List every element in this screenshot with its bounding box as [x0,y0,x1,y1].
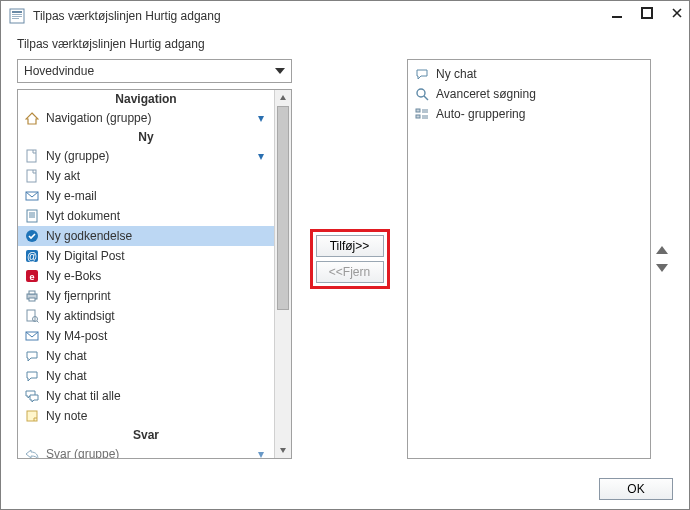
list-item[interactable]: Ny chat [18,346,274,366]
list-item[interactable]: Ny M4-post [18,326,274,346]
list-item[interactable]: Ny e-mail [18,186,274,206]
svg-rect-3 [12,16,22,17]
group-header-svar: Svar [18,426,274,444]
item-label: Navigation (gruppe) [46,111,252,125]
at-square-icon: @ [24,248,40,264]
item-label: Nyt dokument [46,209,268,223]
add-button[interactable]: Tilføj>> [316,235,384,257]
maximize-button[interactable] [641,7,653,19]
chat-all-icon [24,388,40,404]
chat-bubble-icon [24,368,40,384]
scroll-up-button[interactable] [275,90,291,106]
chat-bubble-icon [414,66,430,82]
item-label: Ny godkendelse [46,229,268,243]
list-body[interactable]: Navigation Navigation (gruppe) ▾ Ny Ny (… [18,90,274,458]
list-item[interactable]: Nyt dokument [18,206,274,226]
list-item[interactable]: Navigation (gruppe) ▾ [18,108,274,128]
item-label: Ny e-mail [46,189,268,203]
svg-rect-11 [27,150,36,162]
item-label: Ny note [46,409,268,423]
item-label: Ny e-Boks [46,269,268,283]
svg-rect-24 [29,291,35,294]
reorder-buttons [651,59,673,459]
chevron-down-icon: ▾ [258,447,268,458]
move-down-button[interactable] [656,264,668,272]
group-list-icon [414,106,430,122]
chevron-down-icon: ▾ [258,111,268,125]
list-item[interactable]: Avanceret søgning [408,84,650,104]
item-label: Ny (gruppe) [46,149,252,163]
minimize-button[interactable] [611,7,623,19]
list-item[interactable]: Ny chat [408,64,650,84]
list-item[interactable]: Ny chat [18,366,274,386]
list-item[interactable]: Ny akt [18,166,274,186]
svg-text:@: @ [27,251,37,262]
svg-rect-1 [12,11,22,13]
dialog-subtitle: Tilpas værktøjslinjen Hurtig adgang [1,31,689,59]
combo-value: Hovedvindue [24,64,94,78]
list-item-selected[interactable]: Ny godkendelse [18,226,274,246]
svg-marker-31 [280,95,286,100]
list-item[interactable]: Ny fjernprint [18,286,274,306]
list-item[interactable]: @ Ny Digital Post [18,246,274,266]
app-icon [9,8,25,24]
window-title: Tilpas værktøjslinjen Hurtig adgang [33,9,221,23]
svg-line-34 [424,96,428,100]
reply-icon [24,446,40,458]
svg-text:e: e [29,272,34,282]
svg-rect-30 [27,411,37,421]
list-item[interactable]: Svar (gruppe) ▾ [18,444,274,458]
selected-commands-list[interactable]: Ny chat Avanceret søgning Auto- grupperi… [407,59,651,459]
mail-icon [24,328,40,344]
move-up-button[interactable] [656,246,668,254]
item-label: Auto- gruppering [436,107,644,121]
list-item[interactable]: Ny note [18,406,274,426]
scroll-track[interactable] [275,106,291,442]
chevron-down-icon: ▾ [258,149,268,163]
list-item[interactable]: Ny (gruppe) ▾ [18,146,274,166]
dialog-body: Hovedvindue Navigation Navigation (grupp… [1,59,689,469]
print-icon [24,288,40,304]
eboks-icon: e [24,268,40,284]
list-item[interactable]: e Ny e-Boks [18,266,274,286]
window-controls [611,7,683,19]
group-header-navigation: Navigation [18,90,274,108]
svg-rect-2 [12,14,22,15]
svg-rect-12 [27,170,36,182]
source-combo[interactable]: Hovedvindue [17,59,292,83]
chat-bubble-icon [24,348,40,364]
document-lines-icon [24,208,40,224]
item-label: Ny M4-post [46,329,268,343]
left-column: Hovedvindue Navigation Navigation (grupp… [17,59,292,459]
ok-button[interactable]: OK [599,478,673,500]
list-item[interactable]: Ny aktindsigt [18,306,274,326]
close-button[interactable] [671,7,683,19]
dialog-footer: OK [1,469,689,509]
item-label: Ny akt [46,169,268,183]
item-label: Avanceret søgning [436,87,644,101]
list-item[interactable]: Ny chat til alle [18,386,274,406]
svg-rect-6 [642,8,652,18]
item-label: Ny chat [46,349,268,363]
home-icon [24,110,40,126]
item-label: Ny chat [436,67,644,81]
svg-rect-14 [27,210,37,222]
item-label: Ny aktindsigt [46,309,268,323]
scrollbar[interactable] [274,90,291,458]
svg-marker-9 [275,68,285,74]
svg-line-28 [37,321,39,323]
remove-button[interactable]: <<Fjern [316,261,384,283]
svg-point-33 [417,89,425,97]
available-commands-list: Navigation Navigation (gruppe) ▾ Ny Ny (… [17,89,292,459]
middle-column: Tilføj>> <<Fjern [302,59,397,459]
item-label: Svar (gruppe) [46,447,252,458]
list-item[interactable]: Auto- gruppering [408,104,650,124]
group-header-ny: Ny [18,128,274,146]
svg-rect-5 [612,16,622,18]
note-icon [24,408,40,424]
mail-icon [24,188,40,204]
scroll-thumb[interactable] [277,106,289,310]
scroll-down-button[interactable] [275,442,291,458]
highlight-frame: Tilføj>> <<Fjern [310,229,390,289]
item-label: Ny chat til alle [46,389,268,403]
